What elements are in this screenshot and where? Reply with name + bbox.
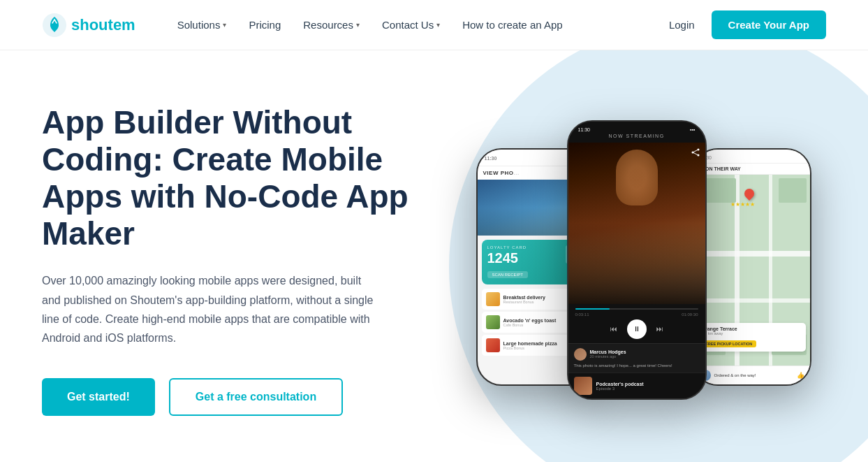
- rewind-icon: ⏮: [610, 325, 617, 333]
- create-app-button[interactable]: Create Your App: [712, 10, 826, 39]
- user-comment-text: Ordered & on the way!: [714, 373, 793, 377]
- hero-section: App Builder Without Coding: Create Mobil…: [0, 50, 868, 462]
- nav-right: Login Create Your App: [669, 10, 826, 39]
- chevron-down-icon: ▾: [223, 21, 226, 29]
- pickup-cta: FREE PICKUP LOCATION: [702, 340, 757, 347]
- phone-right-statusbar: 11:30: [694, 150, 810, 164]
- logo-text: shoutem: [71, 16, 135, 34]
- user-avatar: [574, 348, 587, 361]
- podcast-bar: Podcaster's podcast Episode 3: [568, 373, 705, 398]
- get-started-button[interactable]: Get started!: [42, 378, 155, 416]
- logo[interactable]: shoutem: [42, 13, 135, 38]
- progress-fill: [575, 308, 610, 310]
- share-icon: [691, 147, 700, 159]
- streaming-controls: 0:03:11 01:09:30 ⏮ ⏸ ⏭: [568, 304, 705, 343]
- progress-bar: [575, 308, 698, 310]
- post-time: 20 minutes ago: [590, 354, 626, 359]
- map-pin: [744, 189, 754, 198]
- chevron-down-icon-resources: ▾: [356, 21, 360, 29]
- hero-content: App Builder Without Coding: Create Mobil…: [42, 104, 447, 416]
- map-info-box: Grange Terrace 1.2 km away FREE PICKUP L…: [698, 323, 806, 352]
- phone-center: 11:30 ▪▪▪ NOW STREAMING: [567, 120, 707, 400]
- phone-mockup-container: 11:30 VIEW PHO... LOYALTY CARD 1245: [462, 85, 811, 435]
- post-username: Marcus Hodges: [590, 349, 626, 354]
- free-consultation-button[interactable]: Get a free consultation: [169, 378, 343, 416]
- delivery-header: IS ON THEIR WAY: [694, 164, 810, 175]
- streaming-header: NOW STREAMING: [568, 132, 705, 143]
- phone-right: 11:30 IS ON THEIR WAY: [693, 148, 811, 386]
- place-name: Grange Terrace: [702, 326, 802, 331]
- hero-title: App Builder Without Coding: Create Mobil…: [42, 104, 447, 252]
- post-text: This photo is amazing! I hope... a great…: [574, 363, 700, 368]
- hero-subtitle: Over 10,000 amazingly looking mobile app…: [42, 271, 377, 347]
- svg-line-15: [693, 152, 698, 155]
- svg-line-14: [693, 150, 698, 152]
- playback-controls: ⏮ ⏸ ⏭: [575, 319, 698, 340]
- nav-login[interactable]: Login: [669, 19, 695, 31]
- hero-phones: 11:30 VIEW PHO... LOYALTY CARD 1245: [447, 78, 826, 442]
- podcast-episode: Episode 3: [596, 387, 700, 391]
- user-comment-bar: Ordered & on the way! 👍: [694, 366, 810, 384]
- navbar: shoutem Solutions ▾ Pricing Resources ▾ …: [0, 0, 868, 50]
- podcast-title: Podcaster's podcast: [596, 382, 700, 387]
- stream-time: 0:03:11 01:09:30: [575, 312, 698, 317]
- nav-pricing[interactable]: Pricing: [249, 19, 281, 31]
- social-comment: Marcus Hodges 20 minutes ago This photo …: [568, 343, 705, 373]
- map-stars: ★★★★★: [730, 201, 755, 208]
- podcast-thumbnail: [574, 377, 592, 395]
- place-sub: 1.2 km away: [702, 331, 802, 335]
- forward-icon: ⏭: [656, 325, 663, 333]
- loyalty-cta: SCAN RECEIPT: [487, 271, 528, 278]
- nav-resources[interactable]: Resources ▾: [303, 19, 360, 31]
- pause-button: ⏸: [627, 319, 647, 339]
- nav-contact[interactable]: Contact Us ▾: [382, 19, 440, 31]
- streaming-video: [568, 143, 705, 304]
- chevron-down-icon-contact: ▾: [436, 21, 440, 29]
- hero-buttons: Get started! Get a free consultation: [42, 378, 447, 416]
- phone-status-bar: 11:30 ▪▪▪: [568, 122, 705, 132]
- nav-solutions[interactable]: Solutions ▾: [177, 19, 227, 31]
- nav-links: Solutions ▾ Pricing Resources ▾ Contact …: [177, 19, 669, 31]
- like-icon: 👍: [797, 372, 804, 379]
- map-area: ★★★★★ Grange Terrace 1.2 km away FREE PI…: [694, 175, 810, 366]
- nav-how-to[interactable]: How to create an App: [462, 19, 562, 31]
